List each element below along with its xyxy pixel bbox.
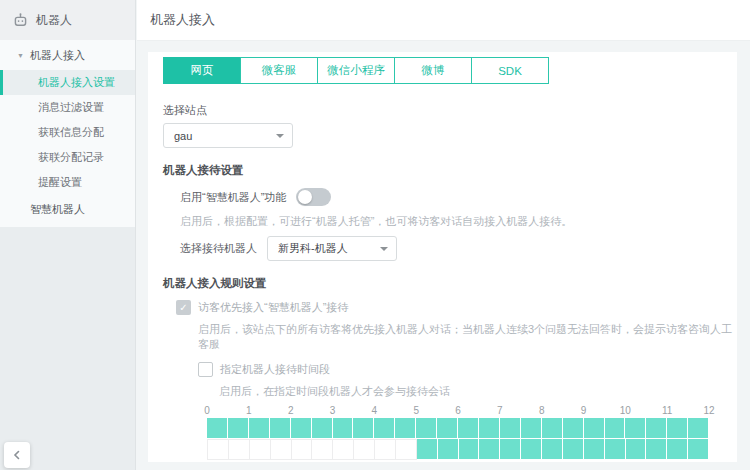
time-range-row: 指定机器人接待时间段 bbox=[198, 362, 737, 377]
schedule-cell[interactable] bbox=[333, 439, 354, 460]
sidebar-item-3[interactable]: 获联信息分配 bbox=[0, 120, 135, 145]
schedule-cell[interactable] bbox=[291, 418, 312, 439]
hour-label: 1 bbox=[246, 405, 252, 416]
tab-4[interactable]: SDK bbox=[471, 57, 549, 84]
sidebar-item-label: 消息过滤设置 bbox=[38, 100, 104, 115]
schedule-cell[interactable] bbox=[584, 418, 605, 439]
visitor-first-help: 启用后，该站点下的所有访客将优先接入机器人对话；当机器人连续3个问题无法回答时，… bbox=[198, 322, 737, 352]
tab-2[interactable]: 微信小程序 bbox=[317, 57, 395, 84]
schedule-cell[interactable] bbox=[228, 418, 249, 439]
schedule-cell[interactable] bbox=[542, 439, 563, 460]
schedule-row-am bbox=[207, 418, 709, 439]
tab-3[interactable]: 微博 bbox=[394, 57, 472, 84]
sidebar-item-label: 获联分配记录 bbox=[38, 150, 104, 165]
schedule-cell[interactable] bbox=[417, 439, 438, 460]
chevron-down-icon bbox=[276, 134, 284, 138]
sidebar-item-1[interactable]: 机器人接入设置 bbox=[0, 70, 135, 95]
schedule-cell[interactable] bbox=[250, 439, 271, 460]
settings-card: 网页微客服微信小程序微博SDK 选择站点 gau 机器人接待设置 启用“智慧机器… bbox=[148, 52, 737, 462]
schedule-cell[interactable] bbox=[207, 439, 229, 460]
schedule-cell[interactable] bbox=[479, 439, 500, 460]
schedule-cell[interactable] bbox=[395, 418, 416, 439]
time-range-checkbox[interactable] bbox=[198, 362, 213, 377]
schedule-cell[interactable] bbox=[374, 418, 395, 439]
tab-1[interactable]: 微客服 bbox=[240, 57, 318, 84]
schedule-cell[interactable] bbox=[626, 439, 647, 460]
schedule-cell[interactable] bbox=[292, 439, 313, 460]
visitor-first-checkbox[interactable] bbox=[176, 300, 191, 315]
schedule-cell[interactable] bbox=[584, 439, 605, 460]
reception-robot-label: 选择接待机器人 bbox=[180, 241, 257, 256]
schedule-cell[interactable] bbox=[458, 418, 479, 439]
main-area: 机器人接入 网页微客服微信小程序微博SDK 选择站点 gau 机器人接待设置 启… bbox=[137, 0, 750, 470]
schedule-cell[interactable] bbox=[688, 418, 709, 439]
schedule-cell[interactable] bbox=[396, 439, 417, 460]
schedule-cell[interactable] bbox=[688, 439, 709, 460]
sidebar-item-4[interactable]: 获联分配记录 bbox=[0, 145, 135, 170]
hour-label: 4 bbox=[372, 405, 378, 416]
schedule-cell[interactable] bbox=[521, 439, 542, 460]
time-range-help: 启用后，在指定时间段机器人才会参与接待会话 bbox=[219, 384, 737, 399]
schedule-cell[interactable] bbox=[605, 439, 626, 460]
schedule-cell[interactable] bbox=[333, 418, 354, 439]
hour-label: 11 bbox=[662, 405, 672, 416]
site-select[interactable]: gau bbox=[163, 123, 293, 148]
schedule-cell[interactable] bbox=[354, 439, 375, 460]
schedule-cell[interactable] bbox=[271, 439, 292, 460]
schedule-cell[interactable] bbox=[249, 418, 270, 439]
chevron-left-icon bbox=[12, 450, 22, 460]
sidebar-item-0[interactable]: ▼机器人接入 bbox=[0, 40, 135, 70]
reception-robot-value: 新男科-机器人 bbox=[278, 241, 348, 256]
chevron-down-icon: ▼ bbox=[17, 52, 24, 59]
hour-label: 2 bbox=[288, 405, 294, 416]
sidebar-item-2[interactable]: 消息过滤设置 bbox=[0, 95, 135, 120]
sidebar-item-5[interactable]: 提醒设置 bbox=[0, 170, 135, 195]
schedule-cell[interactable] bbox=[542, 418, 563, 439]
schedule-cell[interactable] bbox=[563, 418, 584, 439]
schedule-cell[interactable] bbox=[312, 418, 333, 439]
schedule-cell[interactable] bbox=[625, 418, 646, 439]
hour-label: 3 bbox=[330, 405, 336, 416]
sidebar-title: 机器人 bbox=[36, 12, 72, 29]
smart-robot-toggle[interactable] bbox=[296, 188, 331, 206]
schedule-cell[interactable] bbox=[646, 439, 667, 460]
schedule-hour-labels-top: 0123456789101112 bbox=[207, 405, 709, 418]
tab-0[interactable]: 网页 bbox=[163, 57, 241, 84]
schedule-cell[interactable] bbox=[667, 418, 688, 439]
sidebar-collapse-button[interactable] bbox=[4, 442, 30, 468]
schedule-cell[interactable] bbox=[207, 418, 228, 439]
schedule-cell[interactable] bbox=[375, 439, 396, 460]
sidebar-menu: ▼机器人接入机器人接入设置消息过滤设置获联信息分配获联分配记录提醒设置智慧机器人 bbox=[0, 40, 135, 227]
schedule-cell[interactable] bbox=[459, 439, 480, 460]
hour-label: 0 bbox=[204, 405, 210, 416]
sidebar-header: 机器人 bbox=[0, 0, 135, 40]
schedule-cell[interactable] bbox=[353, 418, 374, 439]
schedule-cell[interactable] bbox=[312, 439, 333, 460]
schedule-cell[interactable] bbox=[563, 439, 584, 460]
schedule-cell[interactable] bbox=[605, 418, 626, 439]
hour-label: 7 bbox=[497, 405, 503, 416]
schedule-cell[interactable] bbox=[416, 418, 437, 439]
schedule-cell[interactable] bbox=[500, 439, 521, 460]
schedule-cell[interactable] bbox=[500, 418, 521, 439]
sidebar-item-label: 获联信息分配 bbox=[38, 125, 104, 140]
schedule-cell[interactable] bbox=[437, 418, 458, 439]
sidebar: 机器人 ▼机器人接入机器人接入设置消息过滤设置获联信息分配获联分配记录提醒设置智… bbox=[0, 0, 136, 470]
chevron-down-icon bbox=[380, 247, 388, 251]
schedule-cell[interactable] bbox=[646, 418, 667, 439]
schedule-cell[interactable] bbox=[438, 439, 459, 460]
sidebar-item-label: 机器人接入设置 bbox=[38, 75, 115, 90]
hour-label: 12 bbox=[703, 405, 714, 416]
rules-section-title: 机器人接入规则设置 bbox=[163, 276, 737, 291]
schedule-cell[interactable] bbox=[479, 418, 500, 439]
schedule-cell[interactable] bbox=[521, 418, 542, 439]
schedule-cell[interactable] bbox=[270, 418, 291, 439]
reception-section-title: 机器人接待设置 bbox=[163, 163, 737, 178]
smart-robot-toggle-help: 启用后，根据配置，可进行“机器人托管”，也可将访客对话自动接入机器人接待。 bbox=[180, 214, 737, 229]
sidebar-item-label: 机器人接入 bbox=[30, 48, 85, 63]
sidebar-item-label: 智慧机器人 bbox=[30, 202, 85, 217]
reception-robot-select[interactable]: 新男科-机器人 bbox=[267, 236, 397, 261]
schedule-cell[interactable] bbox=[229, 439, 250, 460]
sidebar-item-6[interactable]: 智慧机器人 bbox=[0, 195, 135, 223]
schedule-cell[interactable] bbox=[667, 439, 688, 460]
